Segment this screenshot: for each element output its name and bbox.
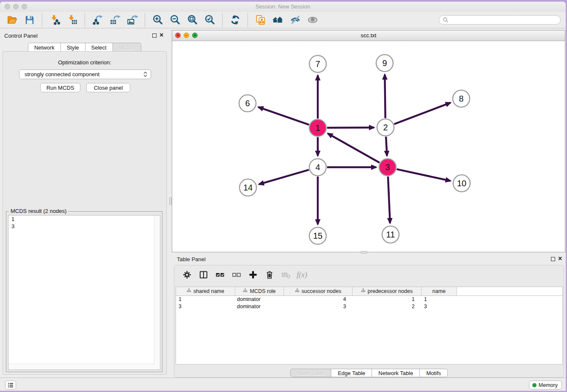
- table-row[interactable]: 1dominator411: [176, 296, 562, 303]
- graph-node-label: 4: [315, 163, 320, 172]
- tab-style[interactable]: Style: [61, 43, 85, 52]
- export-image-button[interactable]: [127, 14, 138, 26]
- tab-network[interactable]: Network: [28, 43, 61, 52]
- graph-node-15[interactable]: 15: [309, 227, 326, 244]
- tab-mcds[interactable]: MCDS: [113, 43, 141, 52]
- checked-boxes-icon: [215, 270, 226, 280]
- graph-node-10[interactable]: 10: [453, 175, 470, 192]
- search-input[interactable]: [439, 15, 561, 25]
- create-column-button[interactable]: [247, 269, 259, 281]
- table-cell[interactable]: 1: [421, 296, 457, 303]
- table-cell[interactable]: 2: [352, 303, 421, 310]
- table-float-panel-icon[interactable]: [551, 257, 555, 261]
- table-row[interactable]: 3dominator323: [176, 303, 562, 310]
- tab-select[interactable]: Select: [85, 43, 113, 52]
- import-network-button[interactable]: [49, 14, 61, 26]
- column-header-mcds-role[interactable]: MCDS role: [235, 287, 284, 295]
- refresh-icon: [230, 14, 241, 25]
- clone-network-button[interactable]: [255, 14, 266, 26]
- apply-layout-button[interactable]: [229, 14, 241, 26]
- result-item[interactable]: 3: [8, 223, 160, 230]
- delete-column-button[interactable]: [264, 269, 275, 281]
- graph-node-7[interactable]: 7: [309, 55, 326, 72]
- column-type-icon: [361, 288, 366, 294]
- node-table[interactable]: shared nameMCDS rolesuccessor nodesprede…: [176, 287, 563, 364]
- mcds-result-list[interactable]: 13: [8, 215, 160, 370]
- reset-view-button[interactable]: [272, 14, 284, 26]
- result-horizontal-scrollbar[interactable]: [8, 364, 154, 370]
- graph-edge-3-11[interactable]: [388, 177, 390, 223]
- graph-node-6[interactable]: 6: [239, 95, 256, 112]
- table-cell[interactable]: 1: [352, 296, 421, 303]
- hide-panels-button[interactable]: [289, 14, 301, 26]
- graph-edge-1-6[interactable]: [258, 107, 309, 125]
- select-all-columns-button[interactable]: [214, 269, 226, 281]
- table-cell[interactable]: 3: [176, 303, 235, 310]
- table-settings-button[interactable]: [181, 269, 193, 281]
- show-panels-button[interactable]: [307, 14, 318, 26]
- network-canvas[interactable]: 7968124314101511: [173, 41, 564, 254]
- graph-node-4[interactable]: 4: [309, 159, 326, 176]
- float-panel-icon[interactable]: [152, 33, 157, 38]
- result-vertical-scrollbar[interactable]: [154, 215, 160, 370]
- graph-node-1[interactable]: 1: [309, 119, 326, 136]
- zoom-fit-button[interactable]: [187, 14, 198, 26]
- column-header-successor-nodes[interactable]: successor nodes: [284, 287, 352, 295]
- tab-network-table[interactable]: Network Table: [372, 369, 420, 377]
- table-panel-title: Table Panel: [177, 256, 206, 262]
- graph-node-9[interactable]: 9: [376, 55, 393, 72]
- column-header-predecessor-nodes[interactable]: predecessor nodes: [352, 287, 421, 295]
- show-column-selector-button[interactable]: [198, 269, 209, 281]
- memory-button[interactable]: Memory: [529, 381, 562, 389]
- table-cell[interactable]: 3: [284, 303, 352, 310]
- close-panel-button[interactable]: Close panel: [86, 83, 130, 92]
- table-cell[interactable]: 4: [284, 296, 352, 303]
- graph-node-3[interactable]: 3: [379, 159, 396, 176]
- result-item[interactable]: 1: [8, 215, 160, 223]
- tab-node-table[interactable]: Node Table: [290, 369, 332, 377]
- graph-node-14[interactable]: 14: [239, 179, 256, 196]
- graph-edge-2-9[interactable]: [385, 75, 385, 118]
- graph-node-11[interactable]: 11: [382, 226, 399, 243]
- control-panel-tabs: NetworkStyleSelectMCDS: [0, 43, 169, 52]
- close-panel-icon[interactable]: ×: [160, 33, 163, 38]
- column-header-name[interactable]: name: [421, 287, 457, 295]
- graph-node-8[interactable]: 8: [453, 90, 470, 107]
- run-mcds-button[interactable]: Run MCDS: [40, 83, 80, 92]
- graph-node-2[interactable]: 2: [377, 119, 394, 136]
- criterion-select[interactable]: strongly connected component: [19, 69, 151, 79]
- select-chevrons-icon: [143, 72, 147, 77]
- zoom-selected-button[interactable]: [204, 14, 215, 26]
- graph-edge-4-14[interactable]: [259, 170, 309, 184]
- tab-edge-table[interactable]: Edge Table: [331, 369, 372, 377]
- app-window: Session: New Session: [0, 2, 566, 391]
- deselect-all-columns-button[interactable]: [231, 269, 242, 281]
- export-table-button[interactable]: [109, 14, 121, 26]
- table-cell[interactable]: 1: [176, 296, 235, 303]
- optimization-criterion-label: Optimization criterion:: [3, 59, 166, 66]
- table-cell[interactable]: dominator: [235, 303, 284, 310]
- eye-slash-icon: [290, 14, 301, 25]
- graph-edge-2-3[interactable]: [386, 137, 387, 156]
- save-disk-icon: [24, 14, 35, 25]
- graph-edge-2-8[interactable]: [394, 103, 451, 124]
- save-session-button[interactable]: [24, 14, 35, 26]
- export-network-button[interactable]: [92, 14, 103, 26]
- column-type-icon: [243, 288, 248, 294]
- horizontal-splitter-handle[interactable]: [361, 251, 367, 254]
- zoom-in-button[interactable]: [152, 14, 163, 26]
- table-close-panel-icon[interactable]: ×: [558, 256, 562, 261]
- open-file-button[interactable]: [6, 14, 18, 26]
- zoom-out-button[interactable]: [169, 14, 181, 26]
- import-table-button[interactable]: [66, 14, 78, 26]
- task-history-button[interactable]: [5, 381, 16, 389]
- table-cell[interactable]: 3: [421, 303, 457, 310]
- graph-edge-3-1[interactable]: [328, 133, 380, 163]
- graph-edge-3-10[interactable]: [396, 169, 450, 181]
- trash-icon: [264, 270, 275, 280]
- table-cell[interactable]: dominator: [235, 296, 284, 303]
- graph-edge-1-2[interactable]: [327, 127, 374, 128]
- column-header-shared-name[interactable]: shared name: [176, 287, 235, 295]
- column-header-label: predecessor nodes: [368, 288, 413, 294]
- tab-motifs[interactable]: Motifs: [419, 369, 448, 377]
